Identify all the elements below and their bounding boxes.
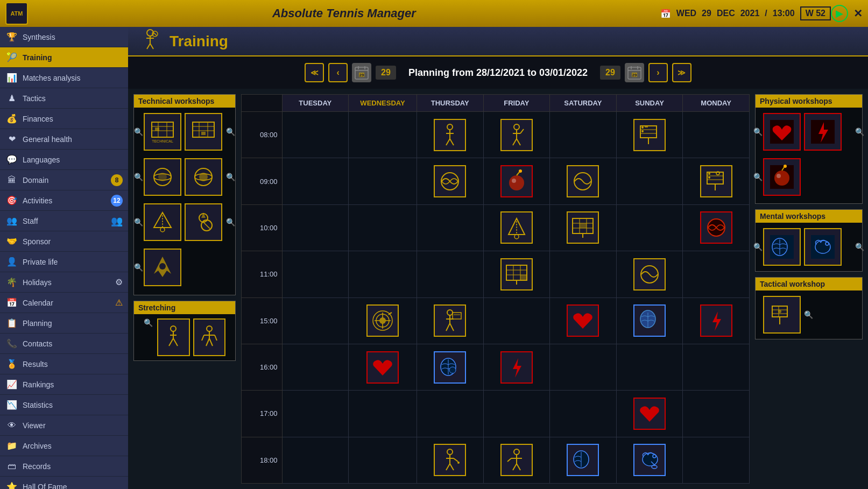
cell-sun-0900[interactable]	[616, 158, 683, 204]
cell-fri-1500[interactable]	[483, 297, 550, 344]
sidebar-item-statistics[interactable]: 📉 Statistics	[0, 395, 128, 415]
cell-tue-0900[interactable]	[282, 158, 349, 204]
cell-mon-1600[interactable]	[683, 344, 750, 390]
workshop-item-4[interactable]	[185, 158, 222, 196]
sidebar-item-archives[interactable]: 📁 Archives	[0, 436, 128, 456]
sidebar-item-holidays[interactable]: 🌴 Holidays ⚙	[0, 272, 128, 293]
cell-thu-1600[interactable]	[417, 344, 483, 390]
cell-wed-1000[interactable]	[349, 204, 417, 251]
cell-sat-0900[interactable]	[550, 158, 617, 204]
sidebar-item-private-life[interactable]: 👤 Private life	[0, 252, 128, 272]
zoom-phys-left-2[interactable]: 🔍	[753, 173, 763, 181]
cell-sun-1800[interactable]	[616, 437, 683, 483]
zoom-phys-left-1[interactable]: 🔍	[753, 127, 763, 136]
sidebar-item-domain[interactable]: 🏛 Domain 8	[0, 170, 128, 190]
nav-prev-week[interactable]: ‹	[328, 63, 348, 82]
cell-wed-1100[interactable]	[349, 251, 417, 297]
workshop-item-2[interactable]	[185, 113, 222, 151]
sidebar-item-hall-of-fame[interactable]: ⭐ Hall Of Fame	[0, 477, 128, 489]
cell-fri-0900[interactable]	[483, 158, 550, 204]
cell-tue-1700[interactable]	[282, 391, 349, 437]
cell-mon-0900[interactable]	[683, 158, 750, 204]
cell-mon-1700[interactable]	[683, 391, 750, 437]
sidebar-item-matches-analysis[interactable]: 📊 Matches analysis	[0, 68, 128, 88]
cell-fri-1800[interactable]	[483, 437, 550, 483]
sidebar-item-records[interactable]: 🗃 Records	[0, 456, 128, 477]
zoom-icon-left-2[interactable]: 🔍	[134, 173, 143, 181]
zoom-stretch-left[interactable]: 🔍	[144, 318, 153, 356]
sidebar-item-tactics[interactable]: ♟ Tactics	[0, 88, 128, 109]
workshop-item-3[interactable]	[144, 158, 181, 196]
cell-sun-0800[interactable]	[616, 112, 683, 158]
cell-tue-1100[interactable]	[282, 251, 349, 297]
cell-thu-1800[interactable]	[417, 437, 483, 483]
workshop-item-5[interactable]	[144, 203, 181, 241]
sidebar-item-synthesis[interactable]: 🏆 Synthesis	[0, 27, 128, 47]
cell-fri-1600[interactable]	[483, 344, 550, 390]
cell-sun-1100[interactable]	[616, 251, 683, 297]
cell-wed-0900[interactable]	[349, 158, 417, 204]
cell-wed-0800[interactable]	[349, 112, 417, 158]
zoom-icon-right-3[interactable]: 🔍	[226, 218, 235, 226]
cell-sat-1100[interactable]	[550, 251, 617, 297]
sidebar-item-contacts[interactable]: 📞 Contacts	[0, 334, 128, 354]
cell-fri-1700[interactable]	[483, 391, 550, 437]
sidebar-item-rankings[interactable]: 📈 Rankings	[0, 374, 128, 395]
phys-item-1[interactable]	[763, 113, 801, 151]
cell-fri-1000[interactable]	[483, 204, 550, 251]
cell-sun-1600[interactable]	[616, 344, 683, 390]
sidebar-item-calendar[interactable]: 📅 Calendar ⚠	[0, 293, 128, 313]
cell-mon-1500[interactable]	[683, 297, 750, 344]
sidebar-item-general-health[interactable]: ❤ General health	[0, 129, 128, 150]
nav-next-week[interactable]: ›	[648, 63, 668, 82]
mental-item-1[interactable]	[763, 228, 801, 266]
sidebar-item-finances[interactable]: 💰 Finances	[0, 109, 128, 129]
cell-thu-0900[interactable]	[417, 158, 483, 204]
cell-mon-0800[interactable]	[683, 112, 750, 158]
cell-tue-1000[interactable]	[282, 204, 349, 251]
cell-sun-1000[interactable]	[616, 204, 683, 251]
stretch-item-1[interactable]	[157, 318, 190, 356]
cell-sun-1700[interactable]	[616, 391, 683, 437]
phys-item-3[interactable]	[763, 158, 801, 196]
cell-tue-1600[interactable]	[282, 344, 349, 390]
cell-mon-1000[interactable]	[683, 204, 750, 251]
workshop-item-1[interactable]: TECHNICAL	[144, 113, 181, 151]
cell-wed-1800[interactable]	[349, 437, 417, 483]
sidebar-item-staff[interactable]: 👥 Staff 👥	[0, 211, 128, 231]
cell-fri-0800[interactable]	[483, 112, 550, 158]
calendar-left-icon[interactable]: 29	[352, 63, 371, 82]
cell-mon-1800[interactable]	[683, 437, 750, 483]
cell-wed-1500[interactable]	[349, 297, 417, 344]
workshop-item-7[interactable]	[144, 249, 181, 286]
sidebar-item-training[interactable]: 🎾 Training	[0, 47, 128, 68]
zoom-icon-left-1[interactable]: 🔍	[134, 127, 143, 136]
sidebar-item-sponsor[interactable]: 🤝 Sponsor	[0, 231, 128, 252]
cell-thu-1500[interactable]	[417, 297, 483, 344]
zoom-icon-right-2[interactable]: 🔍	[226, 173, 235, 181]
zoom-icon-right-1[interactable]: 🔍	[226, 127, 235, 136]
sidebar-item-planning[interactable]: 📋 Planning	[0, 313, 128, 334]
cell-sat-1700[interactable]	[550, 391, 617, 437]
cell-wed-1700[interactable]	[349, 391, 417, 437]
zoom-phys-right-1[interactable]: 🔍	[855, 127, 864, 136]
play-button[interactable]: ▶	[831, 5, 848, 22]
zoom-icon-left-3[interactable]: 🔍	[134, 218, 143, 226]
zoom-mental-right[interactable]: 🔍	[855, 243, 864, 251]
cell-tue-1800[interactable]	[282, 437, 349, 483]
cell-tue-0800[interactable]	[282, 112, 349, 158]
cell-fri-1100[interactable]	[483, 251, 550, 297]
nav-prev-week-double[interactable]: ≪	[305, 63, 324, 82]
calendar-right-icon[interactable]: 29	[625, 63, 644, 82]
zoom-icon-left-4[interactable]: 🔍	[134, 263, 143, 272]
cell-sat-1800[interactable]	[550, 437, 617, 483]
close-button[interactable]: ✕	[853, 7, 863, 20]
zoom-mental-left[interactable]: 🔍	[753, 243, 763, 251]
cell-sun-1500[interactable]	[616, 297, 683, 344]
mental-item-2[interactable]	[804, 228, 842, 266]
cell-thu-1000[interactable]	[417, 204, 483, 251]
cell-tue-1500[interactable]	[282, 297, 349, 344]
sidebar-item-results[interactable]: 🏅 Results	[0, 354, 128, 374]
cell-sat-0800[interactable]	[550, 112, 617, 158]
cell-thu-1100[interactable]	[417, 251, 483, 297]
